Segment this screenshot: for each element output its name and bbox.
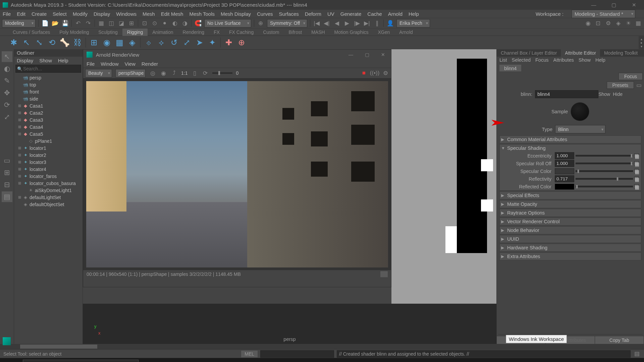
shelf-scroll[interactable]: ▴●▾ <box>639 36 644 49</box>
select-hierarchy-icon[interactable]: ◫ <box>108 19 115 27</box>
renderview-titlebar[interactable]: Arnold RenderView — ▢ ✕ <box>83 50 391 60</box>
outliner-item[interactable]: ⊞✦locator_cubos_basura <box>15 180 81 187</box>
constraint-point-icon[interactable]: ⟡ <box>156 37 167 48</box>
menu-uv[interactable]: UV <box>327 11 334 17</box>
menu-select[interactable]: Select <box>53 11 67 17</box>
section-effects[interactable]: ▶Special Effects <box>499 191 641 199</box>
outliner-item[interactable]: ⊞◆Casa1 <box>15 102 81 109</box>
close-button[interactable]: ✕ <box>624 0 644 10</box>
lattice-icon[interactable]: ▦ <box>114 37 125 48</box>
constraint-aim-icon[interactable]: ➤ <box>194 37 205 48</box>
rv-menu-view[interactable]: View <box>125 61 136 67</box>
shelf-tab-rendering[interactable]: Rendering <box>178 28 209 36</box>
layout-four-icon[interactable]: ⊞ <box>2 167 12 178</box>
clock[interactable]: 3:44 PM 4/21/2020 <box>600 361 632 362</box>
rotate-tool-icon[interactable]: ⟳ <box>2 100 12 110</box>
material-type-dropdown[interactable]: Blinn <box>555 125 605 133</box>
reflectivity-map-button[interactable]: ▦ <box>634 177 639 181</box>
outliner-menu-help[interactable]: Help <box>58 58 68 63</box>
magnet-icon[interactable]: 🧲 <box>194 19 202 27</box>
constraint-parent-icon[interactable]: ⟐ <box>143 37 154 48</box>
isolate-icon[interactable]: ⤴ <box>170 69 178 77</box>
menu-generate[interactable]: Generate <box>340 11 362 17</box>
exposure-slider[interactable] <box>212 72 232 74</box>
symmetry-dropdown[interactable]: Symmetry: Off <box>267 19 307 27</box>
reflected-color-map-button[interactable]: ▦ <box>634 184 639 189</box>
shelf-tab-mograph[interactable]: Motion Graphics <box>330 28 373 36</box>
eccentricity-slider[interactable] <box>576 155 633 157</box>
outliner-item[interactable]: ☀aiSkyDomeLight1 <box>15 187 81 194</box>
play-start-icon[interactable]: |◀ <box>313 19 320 27</box>
rolloff-slider[interactable] <box>576 163 633 164</box>
tab-channelbox[interactable]: Channel Box / Layer Editor <box>497 49 561 57</box>
paint-weights-icon[interactable]: ◉ <box>101 37 112 48</box>
panel-layout-icon[interactable]: ▦ <box>635 19 642 27</box>
undo-icon[interactable]: ↶ <box>74 19 82 27</box>
store-icon[interactable]: ▯ <box>191 69 198 77</box>
render-settings-icon[interactable]: ⚙ <box>604 19 612 27</box>
mel-label[interactable]: MEL <box>241 351 258 357</box>
snap-curve-icon[interactable]: ⊙ <box>151 19 158 27</box>
section-raytrace[interactable]: ▶Raytrace Options <box>499 209 641 217</box>
crop-icon[interactable]: ◉ <box>160 69 167 77</box>
shelf-tab-xgen[interactable]: XGen <box>373 28 395 36</box>
specular-color-swatch[interactable] <box>555 168 574 174</box>
render-image-area[interactable] <box>83 78 391 270</box>
rolloff-map-button[interactable]: ▦ <box>634 161 639 166</box>
minimize-button[interactable]: — <box>584 0 604 10</box>
select-component-icon[interactable]: ⊞ <box>128 19 135 27</box>
reflected-color-slider[interactable] <box>576 186 633 187</box>
maya-home-icon[interactable] <box>3 337 11 345</box>
ae-menu-list[interactable]: List <box>499 57 507 63</box>
outliner-item[interactable]: 📹top <box>15 81 81 88</box>
outliner-item[interactable]: ⊞◆Casa2 <box>15 109 81 116</box>
save-scene-icon[interactable]: 💾 <box>61 19 69 27</box>
section-common[interactable]: ▶Common Material Attributes <box>499 135 641 143</box>
menu-help[interactable]: Help <box>409 11 419 17</box>
show-button[interactable]: Show <box>598 92 610 97</box>
menu-cache[interactable]: Cache <box>367 11 382 17</box>
light-editor-icon[interactable]: ☀ <box>625 19 632 27</box>
constraint-scale-icon[interactable]: ⤢ <box>181 37 193 48</box>
ik-spline-icon[interactable]: ⛓ <box>72 37 83 48</box>
account-icon[interactable]: 👤 <box>386 19 394 27</box>
outliner-item[interactable]: ⊞✦locator2 <box>15 152 81 159</box>
render-region-icon[interactable]: ◎ <box>149 69 156 77</box>
material-sample-icon[interactable] <box>571 102 589 121</box>
ae-menu-attributes[interactable]: Attributes <box>553 57 574 63</box>
menu-deform[interactable]: Deform <box>305 11 321 17</box>
user-dropdown[interactable]: Erika Pech <box>396 19 430 27</box>
task-view-icon[interactable]: ⊞ <box>139 358 160 362</box>
menu-mesh-tools[interactable]: Mesh Tools <box>189 11 215 17</box>
tab-modeling-toolkit[interactable]: Modeling Toolkit <box>600 49 642 57</box>
shelf-tab-curves[interactable]: Curves / Surfaces <box>8 28 55 36</box>
constraint-orient-icon[interactable]: ↺ <box>168 37 180 48</box>
ae-menu-help[interactable]: Help <box>595 57 605 63</box>
menu-curves[interactable]: Curves <box>257 11 273 17</box>
ipr-icon[interactable]: ⊡ <box>594 19 602 27</box>
joint-tool-icon[interactable]: ✱ <box>8 37 19 48</box>
shelf-tab-animation[interactable]: Animation <box>148 28 178 36</box>
snap-point-icon[interactable]: ● <box>161 19 168 27</box>
lasso-tool-icon[interactable]: ◐ <box>2 63 12 74</box>
hypershade-icon[interactable]: ◈ <box>614 19 622 27</box>
cluster-icon[interactable]: ◈ <box>126 37 138 48</box>
play-back-icon[interactable]: ◀ <box>333 19 340 27</box>
menu-mesh[interactable]: Mesh <box>143 11 155 17</box>
section-extra[interactable]: ▶Extra Attributes <box>499 252 641 260</box>
script-editor-icon[interactable]: ▤ <box>633 350 641 358</box>
section-hwshading[interactable]: ▶Hardware Shading <box>499 244 641 252</box>
ae-menu-show[interactable]: Show <box>579 57 591 63</box>
shelf-tab-bifrost[interactable]: Bifrost <box>284 28 307 36</box>
loop-icon[interactable]: ∥ <box>373 19 381 27</box>
workspace-dropdown[interactable]: Modeling - Standard * <box>572 10 635 18</box>
snap-surface-icon[interactable]: ◑ <box>181 19 189 27</box>
mirror-joint-icon[interactable]: ⤡ <box>34 37 45 48</box>
play-end-icon[interactable]: ▶| <box>363 19 371 27</box>
select-tool-icon[interactable]: ↖ <box>2 51 12 62</box>
camera-dropdown[interactable]: perspShape <box>115 69 146 77</box>
outliner-item[interactable]: ⊞✦locator3 <box>15 159 81 166</box>
outliner-item[interactable]: ⊞✦locator_faros <box>15 173 81 180</box>
maya-app-icon[interactable] <box>247 358 267 362</box>
ae-menu-selected[interactable]: Selected <box>512 57 531 63</box>
